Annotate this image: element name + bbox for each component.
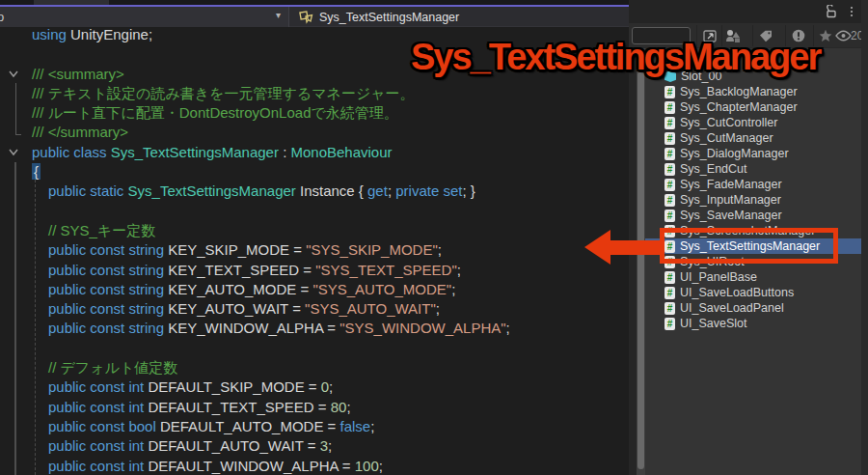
csharp-script-icon: # <box>665 271 675 284</box>
hierarchy-scrollbar-thumb[interactable] <box>637 71 644 469</box>
chevron-down-icon[interactable]: ▾ <box>276 10 281 20</box>
code-line[interactable]: public const string KEY_WINDOW_ALPHA = "… <box>32 319 625 338</box>
hierarchy-item[interactable]: #Sys_InputManager <box>645 192 861 208</box>
script-icon <box>299 11 314 24</box>
panel-title-bar <box>629 0 868 23</box>
hierarchy-item-label: UI_SaveLoadButtons <box>680 286 794 299</box>
hierarchy-item[interactable]: #UI_SaveLoadPanel <box>645 300 861 316</box>
csharp-script-icon: # <box>665 302 675 315</box>
csharp-script-icon: # <box>665 163 675 176</box>
csharp-script-icon: # <box>665 101 675 114</box>
hierarchy-item-label: Sys_DialogManager <box>680 147 789 160</box>
csharp-script-icon: # <box>665 194 675 207</box>
hierarchy-item[interactable]: #Sys_CutController <box>645 115 861 130</box>
code-line[interactable] <box>32 339 625 358</box>
hierarchy-item-label: Sys_BacklogManager <box>680 85 798 98</box>
csharp-script-icon: # <box>665 117 675 129</box>
hierarchy-item[interactable]: #Sys_ChapterManager <box>645 99 861 115</box>
screenshot-root: o ▾ Sys_TextSettingsManager using UnityE… <box>0 0 868 475</box>
csharp-script-icon: # <box>665 210 675 222</box>
kebab-menu-icon[interactable] <box>848 5 855 18</box>
code-line[interactable]: /// </summary> <box>32 123 625 142</box>
unlock-icon[interactable] <box>825 5 838 18</box>
hierarchy-item-label: Sys_FadeManager <box>680 178 782 191</box>
hierarchy-item-label: Sys_SaveManager <box>680 209 782 222</box>
code-line[interactable]: public const string KEY_AUTO_WAIT = "SYS… <box>32 299 625 319</box>
code-line[interactable]: /// テキスト設定の読み書きを一元管理するマネージャー。 <box>32 84 625 103</box>
code-line[interactable]: public const bool DEFAULT_AUTO_MODE = fa… <box>32 417 625 436</box>
hierarchy-item[interactable]: #Sys_SaveManager <box>645 208 861 223</box>
hierarchy-item-label: Sys_InputManager <box>680 193 781 207</box>
hierarchy-item-label: Sys_CutManager <box>680 131 773 145</box>
hierarchy-item[interactable]: #Sys_CutManager <box>645 130 861 146</box>
hierarchy-item-label: UI_PanelBase <box>680 270 757 284</box>
code-line[interactable]: public const string KEY_SKIP_MODE = "SYS… <box>32 240 625 260</box>
code-line[interactable]: public static Sys_TextSettingsManager In… <box>32 182 625 201</box>
code-line[interactable]: /// ルート直下に配置・DontDestroyOnLoadで永続管理。 <box>32 103 625 123</box>
fold-region-line <box>15 83 16 134</box>
project-dropdown-text: o <box>0 10 4 24</box>
hierarchy-item[interactable]: #UI_SaveLoadButtons <box>645 285 861 300</box>
hierarchy-item[interactable]: #Sys_EndCut <box>645 161 861 177</box>
csharp-script-icon: # <box>665 132 675 145</box>
annotation-highlight-rect <box>660 228 838 264</box>
code-line[interactable]: public class Sys_TextSettingsManager : M… <box>32 143 625 162</box>
hierarchy-item[interactable]: #Sys_DialogManager <box>645 146 861 161</box>
annotation-arrow-head-icon <box>584 230 610 265</box>
hierarchy-item-label: Sys_CutController <box>680 116 777 129</box>
code-line[interactable]: public const string KEY_AUTO_MODE = "SYS… <box>32 280 625 299</box>
code-line[interactable] <box>32 202 625 221</box>
hierarchy-item-label: UI_SaveSlot <box>680 317 746 330</box>
hierarchy-item[interactable]: #UI_PanelBase <box>645 269 861 285</box>
class-scope-line <box>14 162 16 475</box>
hierarchy-list: Slot_00#Sys_BacklogManager#Sys_ChapterMa… <box>645 69 861 331</box>
hierarchy-item[interactable]: #Sys_BacklogManager <box>645 84 861 99</box>
code-line[interactable]: public const int DEFAULT_AUTO_WAIT = 3; <box>32 436 625 456</box>
csharp-script-icon: # <box>665 148 675 160</box>
csharp-script-icon: # <box>665 287 675 299</box>
code-line[interactable]: { <box>32 162 625 182</box>
eye-icon[interactable] <box>834 27 852 44</box>
csharp-script-icon: # <box>665 179 675 191</box>
hierarchy-scrollbar[interactable] <box>637 48 645 475</box>
overlay-title: Sys_TextSettingsManager <box>411 37 820 78</box>
annotation-arrow <box>608 240 664 255</box>
panel-right-strip <box>861 0 868 475</box>
code-line[interactable]: public const int DEFAULT_SKIP_MODE = 0; <box>32 377 625 397</box>
hierarchy-item-label: Sys_ChapterManager <box>680 100 798 114</box>
active-document-title: Sys_TextSettingsManager <box>319 11 459 24</box>
csharp-script-icon: # <box>665 318 675 330</box>
csharp-script-icon: # <box>665 86 675 98</box>
fold-chevron-icon[interactable] <box>8 70 19 78</box>
code-line[interactable]: public const int DEFAULT_WINDOW_ALPHA = … <box>32 457 625 475</box>
code-line[interactable]: // デフォルト値定数 <box>32 358 625 377</box>
hierarchy-item-label: Sys_EndCut <box>680 162 746 176</box>
code-lines: using UnityEngine; /// <summary>/// テキスト… <box>32 25 625 475</box>
hierarchy-item[interactable]: #Sys_FadeManager <box>645 177 861 192</box>
type-dropdown[interactable]: Sys_TextSettingsManager <box>295 7 459 27</box>
editor-navigation-bar: o ▾ Sys_TextSettingsManager <box>0 7 629 27</box>
code-line[interactable]: public const string KEY_TEXT_SPEED = "SY… <box>32 261 625 280</box>
hierarchy-item[interactable]: #UI_SaveSlot <box>645 316 861 331</box>
fold-region-line-end <box>15 134 21 135</box>
project-dropdown[interactable]: o ▾ <box>0 7 289 27</box>
code-line[interactable]: // SYS_キー定数 <box>32 221 625 240</box>
hierarchy-item-label: UI_SaveLoadPanel <box>680 301 784 315</box>
code-line[interactable]: public const int DEFAULT_TEXT_SPEED = 80… <box>32 398 625 417</box>
fold-chevron-icon[interactable] <box>8 148 19 156</box>
